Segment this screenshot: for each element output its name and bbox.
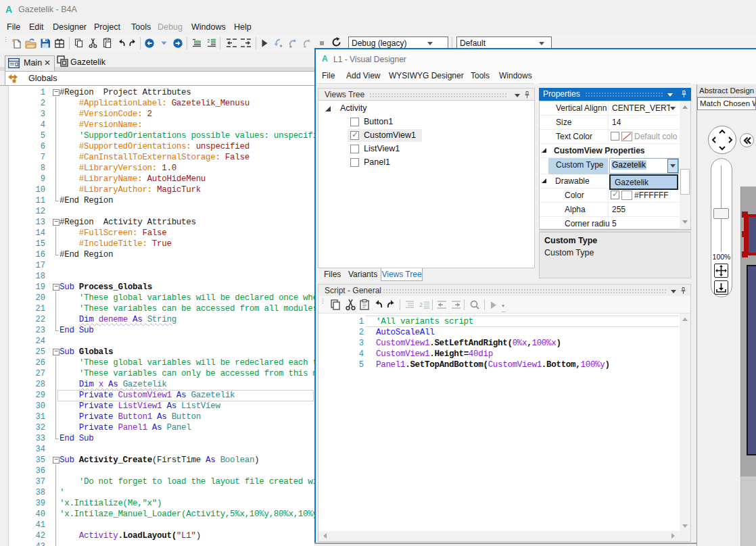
svg-text:2: 2 xyxy=(208,39,210,44)
svg-text:2: 2 xyxy=(419,301,423,308)
